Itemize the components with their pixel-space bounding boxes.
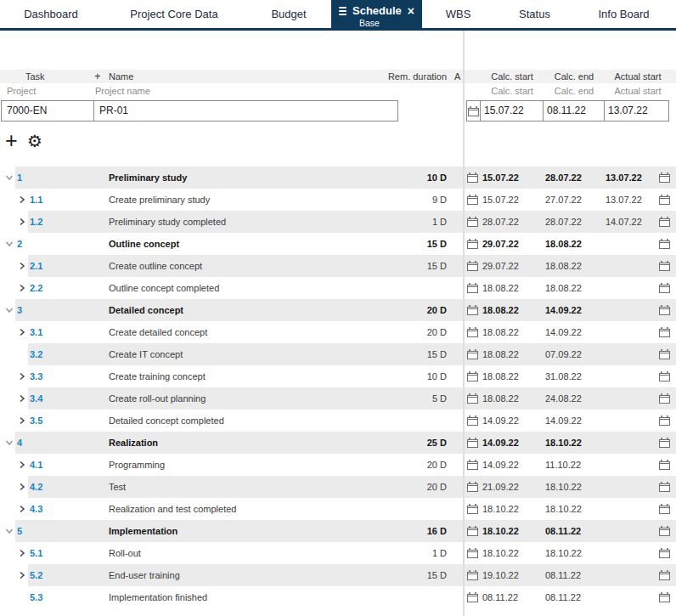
calendar-icon[interactable] — [467, 460, 478, 472]
task-dates-row[interactable]: 18.08.2214.09.22 — [465, 299, 676, 321]
task-row[interactable]: 3.3Create training concept10 D — [0, 365, 463, 387]
calendar-icon[interactable] — [659, 570, 670, 582]
task-duration[interactable]: 10 D — [427, 365, 447, 387]
calendar-icon[interactable] — [659, 305, 670, 317]
calendar-icon[interactable] — [659, 371, 670, 383]
task-name[interactable]: Test — [109, 476, 126, 498]
task-name[interactable]: Create preliminary study — [109, 189, 210, 211]
task-row[interactable]: 4.3Realization and test completed — [0, 498, 463, 520]
task-row[interactable]: 5Implementation16 D — [0, 520, 463, 542]
task-dates-row[interactable]: 14.09.2214.09.22 — [465, 410, 676, 432]
gear-icon[interactable]: ⚙ — [27, 131, 42, 151]
calendar-icon[interactable] — [467, 438, 478, 449]
calendar-icon[interactable] — [659, 283, 670, 295]
task-dates-row[interactable]: 14.09.2211.10.22 — [465, 454, 676, 476]
chevron-right-icon[interactable] — [18, 483, 26, 491]
task-row[interactable]: 5.2End-user training15 D — [0, 564, 463, 586]
calc-start-value[interactable]: 15.07.22 — [482, 167, 519, 189]
calendar-icon[interactable] — [467, 415, 478, 427]
chevron-down-icon[interactable] — [5, 173, 14, 182]
task-name[interactable]: Outline concept completed — [109, 277, 219, 299]
task-dates-row[interactable]: 21.09.2218.10.22 — [465, 476, 676, 498]
task-row[interactable]: 4.1Programming20 D — [0, 454, 463, 476]
close-icon[interactable]: × — [408, 6, 414, 16]
task-duration[interactable]: 20 D — [427, 321, 447, 343]
calc-end-value[interactable]: 18.10.22 — [545, 542, 582, 564]
calc-start-value[interactable]: 18.08.22 — [482, 321, 519, 343]
task-name[interactable]: Implementation finished — [109, 586, 207, 608]
calendar-icon[interactable] — [467, 548, 478, 560]
task-name[interactable]: Create training concept — [109, 365, 206, 387]
calendar-icon[interactable] — [466, 100, 481, 122]
task-duration[interactable]: 15 D — [427, 564, 447, 586]
task-number[interactable]: 3.5 — [28, 410, 42, 432]
calc-start-value[interactable]: 18.10.22 — [482, 520, 519, 542]
task-row[interactable]: 4Realization25 D — [0, 432, 463, 454]
calc-start-value[interactable]: 18.08.22 — [482, 387, 519, 410]
calendar-icon[interactable] — [467, 393, 478, 405]
calendar-icon[interactable] — [467, 195, 478, 206]
task-name[interactable]: Detailed concept completed — [109, 410, 224, 432]
task-dates-row[interactable]: 08.11.2208.11.22 — [465, 586, 676, 608]
calendar-icon[interactable] — [467, 592, 478, 604]
task-number[interactable]: 2 — [15, 233, 22, 255]
task-dates-row[interactable]: 18.08.2218.08.22 — [465, 277, 676, 299]
task-duration[interactable]: 9 D — [432, 189, 447, 211]
tab-schedule[interactable]: Schedule×Base — [331, 0, 422, 31]
chevron-right-icon[interactable] — [18, 549, 26, 557]
task-dates-row[interactable]: 14.09.2218.10.22 — [465, 432, 676, 454]
chevron-right-icon[interactable] — [18, 262, 26, 270]
task-duration[interactable]: 20 D — [427, 476, 447, 498]
calendar-icon[interactable] — [659, 415, 670, 427]
task-dates-row[interactable]: 18.08.2207.09.22 — [465, 343, 676, 365]
calc-start-value[interactable]: 15.07.22 — [482, 189, 519, 211]
task-number[interactable]: 3.3 — [28, 365, 42, 387]
column-header-calc-start[interactable]: Calc. start — [481, 70, 544, 83]
task-dates-row[interactable]: 18.08.2231.08.22 — [465, 365, 676, 387]
tab-dashboard[interactable]: Dashboard — [0, 0, 102, 28]
task-name[interactable]: Outline concept — [109, 233, 179, 255]
task-number[interactable]: 3.4 — [28, 387, 42, 410]
calc-end-value[interactable]: 14.09.22 — [545, 410, 582, 432]
actual-start-value[interactable]: 13.07.22 — [606, 189, 642, 211]
chevron-right-icon[interactable] — [18, 328, 26, 336]
task-name[interactable]: Roll-out — [109, 542, 141, 564]
tab-wbs[interactable]: WBS — [422, 0, 494, 28]
task-number[interactable]: 4.2 — [28, 476, 42, 498]
chevron-down-icon[interactable] — [5, 527, 14, 535]
calendar-icon[interactable] — [659, 195, 670, 206]
calendar-icon[interactable] — [467, 239, 478, 251]
project-name-field[interactable]: PR-01 — [94, 101, 397, 121]
task-duration[interactable]: 10 D — [427, 167, 447, 189]
calendar-icon[interactable] — [659, 592, 670, 604]
calc-start-value[interactable]: 08.11.22 — [482, 586, 518, 608]
calc-end-value[interactable]: 14.09.22 — [545, 321, 582, 343]
task-name[interactable]: Create detailed concept — [109, 321, 207, 343]
calendar-icon[interactable] — [659, 460, 670, 472]
calendar-icon[interactable] — [659, 526, 670, 538]
calendar-icon[interactable] — [467, 526, 478, 538]
calendar-icon[interactable] — [659, 349, 670, 361]
calc-end-value[interactable]: 08.11.22 — [545, 586, 581, 608]
task-number[interactable]: 3.2 — [28, 343, 42, 365]
task-number[interactable]: 5.1 — [28, 542, 42, 564]
calc-end-value[interactable]: 31.08.22 — [545, 365, 582, 387]
menu-icon[interactable] — [339, 7, 346, 15]
chevron-right-icon[interactable] — [18, 372, 26, 381]
task-name[interactable]: Programming — [109, 454, 165, 476]
calc-start-value[interactable]: 28.07.22 — [482, 211, 519, 233]
calc-end-value[interactable]: 28.07.22 — [545, 211, 582, 233]
calc-start-value[interactable]: 14.09.22 — [482, 410, 519, 432]
calc-start-value[interactable]: 29.07.22 — [482, 255, 519, 277]
chevron-down-icon[interactable] — [5, 240, 14, 248]
task-number[interactable]: 5.3 — [28, 586, 42, 608]
task-number[interactable]: 4 — [15, 432, 22, 454]
calendar-icon[interactable] — [467, 217, 478, 229]
calc-start-value[interactable]: 18.08.22 — [482, 277, 519, 299]
chevron-right-icon[interactable] — [18, 195, 26, 204]
calc-end-value[interactable]: 27.07.22 — [545, 189, 582, 211]
project-calc-end-field[interactable]: 08.11.22 — [543, 100, 605, 122]
task-duration[interactable]: 15 D — [427, 343, 447, 365]
task-duration[interactable]: 5 D — [432, 387, 447, 410]
task-row[interactable]: 5.1Roll-out1 D — [0, 542, 463, 564]
